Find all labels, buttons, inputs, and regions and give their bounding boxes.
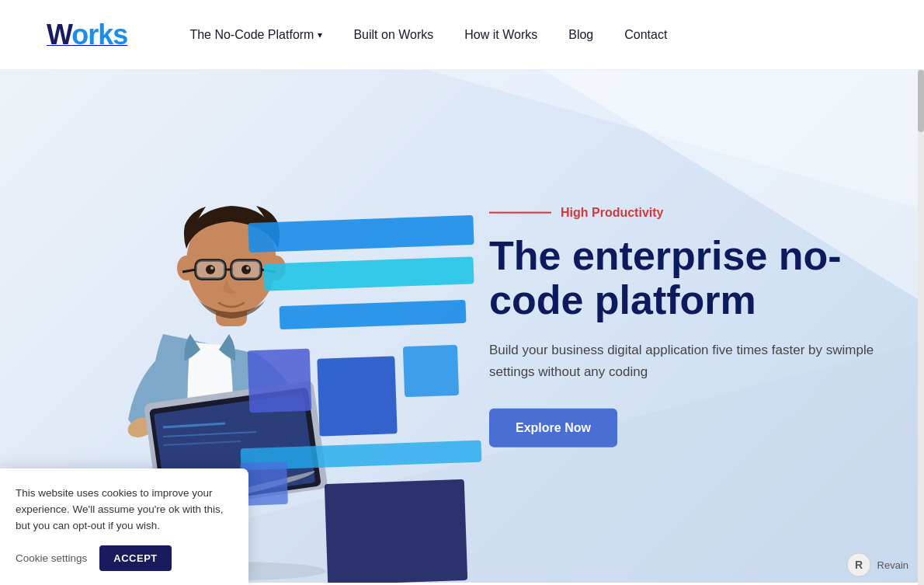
nav-link-contact-label: Contact [624, 28, 667, 41]
revain-label: Revain [877, 559, 908, 571]
hero-content: High Productivity The enterprise no-code… [489, 206, 877, 447]
svg-text:R: R [854, 559, 862, 571]
nav-link-contact[interactable]: Contact [624, 28, 667, 41]
nav-item-how[interactable]: How it Works [464, 28, 537, 42]
nav-link-blog-label: Blog [568, 28, 593, 41]
hero-subtitle: Build your business digital application … [489, 340, 877, 381]
decorative-bars [225, 210, 481, 583]
hero-tag-text: High Productivity [561, 206, 663, 220]
logo[interactable]: Works [47, 19, 189, 51]
cookie-settings-button[interactable]: Cookie settings [16, 552, 87, 564]
nav-link-how[interactable]: How it Works [464, 28, 537, 41]
hero-tag-line [489, 212, 551, 214]
nav-item-contact[interactable]: Contact [624, 28, 667, 42]
hero-tag: High Productivity [489, 206, 877, 220]
nav-item-blog[interactable]: Blog [568, 28, 593, 42]
hero-title: The enterprise no-code platform [489, 234, 877, 322]
nav-link-blog[interactable]: Blog [568, 28, 593, 41]
svg-point-16 [177, 256, 196, 280]
svg-marker-1 [388, 70, 924, 210]
nav-link-built-label: Built on Works [353, 28, 433, 41]
nav-link-how-label: How it Works [464, 28, 537, 41]
nav-item-built[interactable]: Built on Works [353, 28, 433, 42]
logo-text-orks: orks [71, 19, 127, 50]
nav-link-built[interactable]: Built on Works [353, 28, 433, 41]
nav-link-platform-label: The No-Code Platform [189, 28, 314, 42]
logo-text-w: W [47, 19, 71, 50]
nav-links: The No-Code Platform ▾ Built on Works Ho… [189, 28, 667, 42]
cookie-banner: This website uses cookies to improve you… [0, 468, 248, 583]
cookie-actions: Cookie settings ACCEPT [16, 545, 233, 571]
cookie-accept-button[interactable]: ACCEPT [99, 545, 171, 571]
cookie-message: This website uses cookies to improve you… [16, 486, 233, 535]
scrollbar-track[interactable] [918, 70, 924, 583]
svg-point-25 [206, 265, 215, 274]
navbar: Works The No-Code Platform ▾ Built on Wo… [0, 0, 924, 70]
svg-point-27 [210, 266, 214, 270]
nav-item-platform[interactable]: The No-Code Platform ▾ [189, 28, 322, 42]
revain-badge: R Revain [846, 552, 908, 577]
revain-icon: R [846, 552, 871, 577]
chevron-down-icon: ▾ [318, 30, 322, 40]
explore-now-button[interactable]: Explore Now [489, 408, 617, 447]
nav-link-platform[interactable]: The No-Code Platform ▾ [189, 28, 322, 42]
scrollbar-thumb[interactable] [918, 70, 924, 132]
